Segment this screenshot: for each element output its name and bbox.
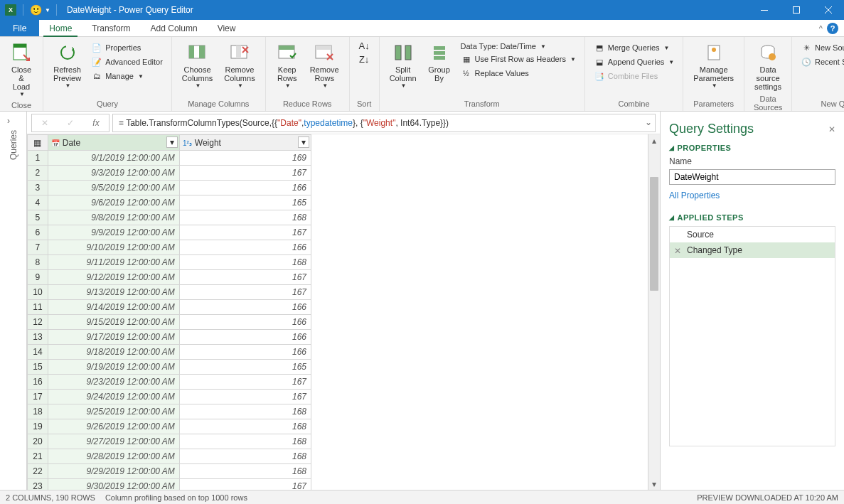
cell-date[interactable]: 9/15/2019 12:00:00 AM [48,315,179,330]
column-header-date[interactable]: 📅Date▾ [48,135,179,151]
row-number[interactable]: 17 [28,390,48,404]
qat-dropdown-icon[interactable]: ▼ [45,7,50,14]
collapse-steps-icon[interactable]: ◢ [669,214,675,221]
cell-weight[interactable]: 166 [179,330,311,345]
cell-weight[interactable]: 168 [179,464,311,479]
filter-date-icon[interactable]: ▾ [166,136,178,148]
remove-columns-button[interactable]: Remove Columns ▼ [220,40,259,97]
cell-date[interactable]: 9/23/2019 12:00:00 AM [48,375,179,390]
table-row[interactable]: 49/6/2019 12:00:00 AM165 [28,195,311,210]
close-and-load-button[interactable]: Close & Load ▼ [6,40,37,99]
row-number[interactable]: 3 [28,181,48,195]
table-row[interactable]: 199/26/2019 12:00:00 AM168 [28,419,311,434]
column-header-weight[interactable]: 1²₃Weight▾ [179,135,311,151]
refresh-preview-button[interactable]: Refresh Preview ▼ [49,40,85,97]
formula-expand-icon[interactable]: ⌄ [645,117,652,127]
cell-date[interactable]: 9/14/2019 12:00:00 AM [48,300,179,315]
row-number[interactable]: 5 [28,210,48,225]
cell-weight[interactable]: 167 [179,285,311,300]
formula-input[interactable]: = Table.TransformColumnTypes(Source,{{"D… [112,114,656,132]
close-settings-icon[interactable]: ✕ [828,124,835,134]
table-row[interactable]: 29/3/2019 12:00:00 AM167 [28,166,311,181]
row-number[interactable]: 10 [28,285,48,300]
cell-weight[interactable]: 166 [179,315,311,330]
table-row[interactable]: 69/9/2019 12:00:00 AM167 [28,225,311,240]
cell-weight[interactable]: 166 [179,345,311,360]
vertical-scrollbar[interactable]: ▴ ▾ [648,134,660,490]
cell-date[interactable]: 9/9/2019 12:00:00 AM [48,225,179,240]
cell-date[interactable]: 9/6/2019 12:00:00 AM [48,195,179,210]
step-source[interactable]: Source [670,227,835,242]
tab-add-column[interactable]: Add Column [141,20,208,36]
scroll-down-icon[interactable]: ▾ [648,478,660,490]
cell-weight[interactable]: 168 [179,419,311,434]
table-row[interactable]: 89/11/2019 12:00:00 AM168 [28,255,311,270]
fx-icon[interactable]: fx [87,114,105,132]
table-row[interactable]: 179/24/2019 12:00:00 AM167 [28,390,311,404]
table-row[interactable]: 159/19/2019 12:00:00 AM165 [28,360,311,375]
table-row[interactable]: 229/29/2019 12:00:00 AM168 [28,464,311,479]
cell-weight[interactable]: 169 [179,151,311,166]
maximize-button[interactable] [780,0,812,20]
cell-weight[interactable]: 166 [179,240,311,255]
cell-weight[interactable]: 167 [179,270,311,285]
table-row[interactable]: 219/28/2019 12:00:00 AM168 [28,449,311,464]
tab-view[interactable]: View [208,20,246,36]
all-properties-link[interactable]: All Properties [669,191,720,200]
cell-weight[interactable]: 167 [179,390,311,404]
row-number[interactable]: 11 [28,300,48,315]
table-row[interactable]: 109/13/2019 12:00:00 AM167 [28,285,311,300]
row-number[interactable]: 2 [28,166,48,181]
cell-weight[interactable]: 166 [179,181,311,195]
manage-parameters-button[interactable]: Manage Parameters ▼ [689,40,738,97]
cell-weight[interactable]: 167 [179,375,311,390]
merge-queries-button[interactable]: ⬒Merge Queries▼ [591,41,677,54]
cell-weight[interactable]: 168 [179,255,311,270]
row-number[interactable]: 12 [28,315,48,330]
row-number[interactable]: 4 [28,195,48,210]
append-queries-button[interactable]: ⬓Append Queries▼ [591,55,677,68]
cell-date[interactable]: 9/28/2019 12:00:00 AM [48,449,179,464]
table-row[interactable]: 209/27/2019 12:00:00 AM168 [28,434,311,449]
sort-asc-button[interactable]: A↓ [356,40,373,52]
cell-date[interactable]: 9/30/2019 12:00:00 AM [48,479,179,490]
row-number[interactable]: 20 [28,434,48,449]
cell-date[interactable]: 9/19/2019 12:00:00 AM [48,360,179,375]
table-row[interactable]: 99/12/2019 12:00:00 AM167 [28,270,311,285]
row-number[interactable]: 14 [28,345,48,360]
cell-date[interactable]: 9/26/2019 12:00:00 AM [48,419,179,434]
delete-step-icon[interactable]: ✕ [674,246,681,256]
row-number[interactable]: 1 [28,151,48,166]
minimize-button[interactable] [748,0,780,20]
tab-transform[interactable]: Transform [82,20,140,36]
row-number[interactable]: 16 [28,375,48,390]
row-number[interactable]: 23 [28,479,48,490]
cell-weight[interactable]: 167 [179,225,311,240]
row-number[interactable]: 8 [28,255,48,270]
scrollbar-thumb[interactable] [650,177,658,291]
table-row[interactable]: 39/5/2019 12:00:00 AM166 [28,181,311,195]
smiley-icon[interactable]: 🙂 [29,4,42,16]
keep-rows-button[interactable]: Keep Rows ▼ [272,40,303,97]
select-all-corner[interactable]: ▦ [28,135,48,151]
manage-button[interactable]: 🗂Manage▼ [88,70,166,82]
help-icon[interactable]: ? [827,23,838,34]
properties-button[interactable]: 📄Properties [88,41,166,54]
table-row[interactable]: 149/18/2019 12:00:00 AM166 [28,345,311,360]
cell-weight[interactable]: 168 [179,449,311,464]
table-row[interactable]: 189/25/2019 12:00:00 AM168 [28,404,311,419]
cell-date[interactable]: 9/18/2019 12:00:00 AM [48,345,179,360]
choose-columns-button[interactable]: Choose Columns ▼ [178,40,217,97]
first-row-headers-button[interactable]: ▦Use First Row as Headers▼ [458,53,579,65]
table-row[interactable]: 79/10/2019 12:00:00 AM166 [28,240,311,255]
data-source-settings-button[interactable]: Data source settings [750,40,786,92]
cell-date[interactable]: 9/25/2019 12:00:00 AM [48,404,179,419]
data-type-button[interactable]: Data Type: Date/Time▼ [458,41,579,51]
table-row[interactable]: 119/14/2019 12:00:00 AM166 [28,300,311,315]
row-number[interactable]: 19 [28,419,48,434]
split-column-button[interactable]: Split Column ▼ [385,40,421,97]
table-row[interactable]: 129/15/2019 12:00:00 AM166 [28,315,311,330]
cell-date[interactable]: 9/24/2019 12:00:00 AM [48,390,179,404]
query-name-input[interactable] [669,169,835,185]
scroll-up-icon[interactable]: ▴ [648,134,660,146]
